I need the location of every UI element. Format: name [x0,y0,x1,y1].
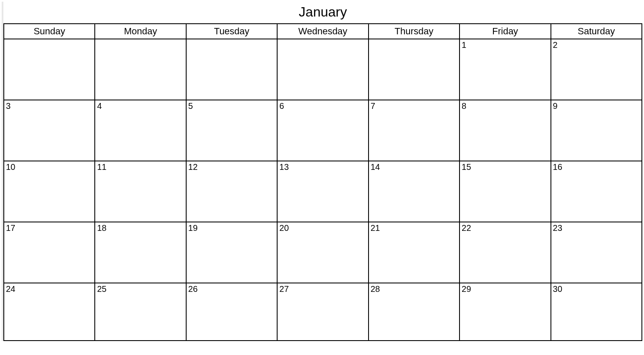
calendar-day-cell[interactable]: 5 [186,100,277,161]
day-header-thursday: Thursday [369,24,460,39]
calendar-day-cell[interactable]: 30 [551,283,642,341]
calendar-day-cell[interactable]: 8 [460,100,550,161]
calendar-week-row: 3 4 5 6 7 8 9 [4,100,642,161]
calendar-day-cell[interactable]: 7 [369,100,460,161]
calendar-day-cell[interactable]: 23 [551,222,642,283]
month-title: January [3,2,642,23]
calendar-week-row: 1 2 [4,39,642,100]
day-header-wednesday: Wednesday [277,24,368,39]
calendar-day-cell[interactable]: 14 [369,161,460,222]
calendar-day-cell[interactable] [95,39,186,100]
day-header-row: Sunday Monday Tuesday Wednesday Thursday… [4,24,642,39]
calendar-day-cell[interactable] [277,39,368,100]
calendar-week-row: 24 25 26 27 28 29 30 [4,283,642,341]
day-header-tuesday: Tuesday [186,24,277,39]
calendar-day-cell[interactable]: 2 [551,39,642,100]
calendar-week-row: 17 18 19 20 21 22 23 [4,222,642,283]
calendar-day-cell[interactable]: 24 [4,283,95,341]
calendar-day-cell[interactable] [186,39,277,100]
calendar-day-cell[interactable]: 26 [186,283,277,341]
calendar-day-cell[interactable] [4,39,95,100]
calendar-day-cell[interactable]: 15 [460,161,550,222]
calendar-day-cell[interactable]: 27 [277,283,368,341]
calendar-day-cell[interactable]: 21 [369,222,460,283]
day-header-saturday: Saturday [551,24,642,39]
calendar-week-row: 10 11 12 13 14 15 16 [4,161,642,222]
calendar-day-cell[interactable]: 3 [4,100,95,161]
calendar-day-cell[interactable]: 25 [95,283,186,341]
calendar-day-cell[interactable]: 16 [551,161,642,222]
calendar-day-cell[interactable]: 29 [460,283,550,341]
calendar-day-cell[interactable]: 1 [460,39,550,100]
calendar-day-cell[interactable]: 10 [4,161,95,222]
calendar-day-cell[interactable]: 19 [186,222,277,283]
calendar-day-cell[interactable]: 13 [277,161,368,222]
calendar-day-cell[interactable]: 17 [4,222,95,283]
day-header-friday: Friday [460,24,550,39]
calendar-day-cell[interactable]: 12 [186,161,277,222]
calendar-container: January Sunday Monday Tuesday Wednesday … [2,2,642,341]
calendar-day-cell[interactable]: 6 [277,100,368,161]
calendar-day-cell[interactable]: 9 [551,100,642,161]
calendar-table: Sunday Monday Tuesday Wednesday Thursday… [3,23,642,341]
calendar-day-cell[interactable]: 22 [460,222,550,283]
calendar-day-cell[interactable] [369,39,460,100]
day-header-monday: Monday [95,24,186,39]
calendar-day-cell[interactable]: 28 [369,283,460,341]
calendar-day-cell[interactable]: 11 [95,161,186,222]
calendar-day-cell[interactable]: 4 [95,100,186,161]
calendar-day-cell[interactable]: 20 [277,222,368,283]
day-header-sunday: Sunday [4,24,95,39]
calendar-day-cell[interactable]: 18 [95,222,186,283]
